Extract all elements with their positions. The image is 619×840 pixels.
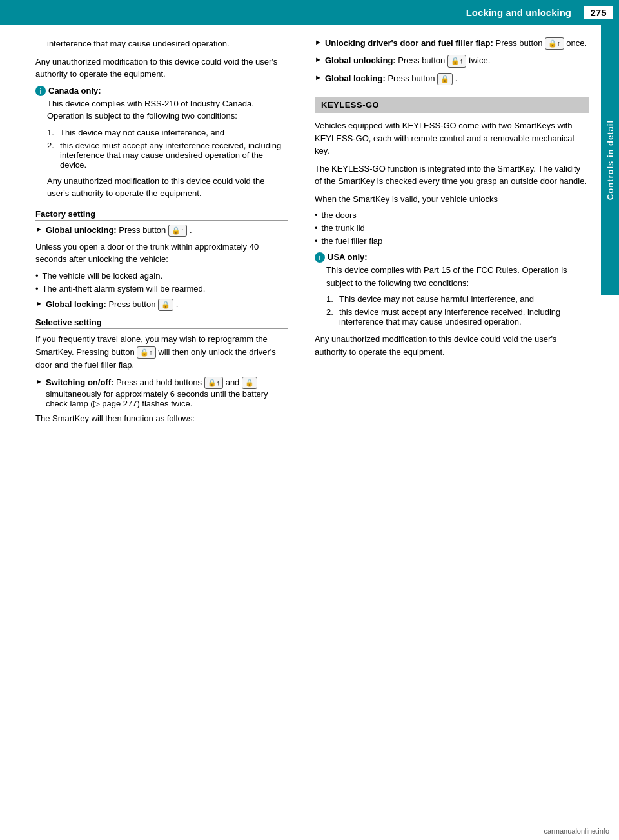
canada-num-1: 1. bbox=[47, 128, 60, 137]
factory-para: Unless you open a door or the trunk with… bbox=[35, 241, 288, 266]
global-locking-text: Global locking: Press button 🔒 . bbox=[46, 299, 178, 311]
keyless-go-banner: KEYLESS-GO bbox=[315, 97, 589, 113]
keyless-para1: Vehicles equipped with KEYLESS-GO come w… bbox=[315, 119, 589, 157]
unlocking-rest: Press button bbox=[495, 38, 545, 48]
usa-num-2: 2. bbox=[326, 307, 339, 326]
right-global-unlock-label: Global unlocking: bbox=[325, 56, 396, 66]
keyless-bullet-text-2: the trunk lid bbox=[322, 223, 365, 233]
info-icon-usa: i bbox=[315, 252, 325, 263]
switching-rest: Press and hold buttons bbox=[116, 377, 204, 387]
global-locking-rest: Press button bbox=[108, 299, 158, 309]
right-unlock-btn: 🔒↑ bbox=[447, 55, 467, 67]
side-tab: Controls in detail bbox=[601, 25, 619, 295]
footer-url: carmanualonline.info bbox=[544, 827, 609, 835]
unlocking-once: once. bbox=[566, 38, 587, 48]
unlocking-door-text: Unlocking driver's door and fuel filler … bbox=[325, 37, 587, 50]
main-content: interference that may cause undesired op… bbox=[0, 25, 601, 821]
right-global-unlock-rest: Press button bbox=[398, 56, 447, 66]
arrow-icon-right-global-unlock: ► bbox=[315, 55, 322, 63]
factory-heading: Factory setting bbox=[35, 209, 288, 221]
unlocking-label: Unlocking driver's door and fuel filler … bbox=[325, 38, 493, 48]
factory-bullet-1: • The vehicle will be locked again. bbox=[35, 271, 288, 281]
smartkey-para: The SmartKey will then function as follo… bbox=[35, 412, 288, 425]
factory-arrow-label: Global unlocking: bbox=[46, 225, 117, 235]
switching-label: Switching on/off: bbox=[46, 377, 113, 387]
arrow-icon-global-lock: ► bbox=[35, 299, 43, 307]
page-number: 275 bbox=[584, 6, 613, 19]
right-unlock-twice: twice. bbox=[469, 56, 490, 66]
usa-item-1: 1. This device may not cause harmful int… bbox=[326, 294, 589, 304]
left-column: interference that may cause undesired op… bbox=[0, 25, 300, 821]
unlocking-drivers-door-item: ► Unlocking driver's door and fuel fille… bbox=[315, 37, 589, 50]
right-global-unlocking-item: ► Global unlocking: Press button 🔒↑ twic… bbox=[315, 55, 589, 67]
keyless-bullet-2: • the trunk lid bbox=[315, 223, 589, 233]
switching-text: Switching on/off: Press and hold buttons… bbox=[46, 377, 288, 408]
canada-text: This device complies with RSS-210 of Ind… bbox=[47, 97, 288, 123]
switching-and: and bbox=[226, 377, 242, 387]
side-tab-label: Controls in detail bbox=[605, 120, 615, 200]
keyless-bullet-1: • the doors bbox=[315, 210, 589, 220]
keyless-para2: The KEYLESS-GO function is integrated in… bbox=[315, 163, 589, 188]
arrow-icon-global-unlock: ► bbox=[35, 225, 43, 233]
usa-text-2: this device must accept any interference… bbox=[339, 307, 589, 326]
unlock-door-btn: 🔒↑ bbox=[545, 37, 564, 50]
para1: Any unauthorized modification to this de… bbox=[35, 55, 288, 81]
factory-bullet-text-2: The anti-theft alarm system will be rear… bbox=[43, 284, 206, 294]
canada-item-2: 2. this device must accept any interfere… bbox=[47, 141, 288, 170]
lock-button-icon: 🔒 bbox=[158, 299, 173, 311]
usa-item-2: 2. this device must accept any interfere… bbox=[326, 307, 589, 326]
footer: carmanualonline.info bbox=[0, 821, 619, 840]
header-title: Locking and unlocking bbox=[466, 7, 571, 18]
keyless-para3: When the SmartKey is valid, your vehicle… bbox=[315, 193, 589, 206]
canada-num-2: 2. bbox=[47, 141, 60, 170]
factory-arrow-rest: Press button bbox=[119, 225, 168, 235]
right-global-locking-item: ► Global locking: Press button 🔒 . bbox=[315, 73, 589, 85]
header-bar: Locking and unlocking 275 bbox=[0, 0, 619, 25]
keyless-bullet-icon-1: • bbox=[315, 210, 318, 220]
arrow-icon-unlock-door: ► bbox=[315, 38, 322, 46]
switching-btn2: 🔒 bbox=[242, 377, 257, 389]
factory-bullet-2: • The anti-theft alarm system will be re… bbox=[35, 284, 288, 294]
global-locking-arrow-item: ► Global locking: Press button 🔒 . bbox=[35, 299, 288, 311]
bullet-icon-1: • bbox=[35, 271, 39, 281]
switching-rest3: simultaneously for approximately 6 secon… bbox=[46, 389, 268, 408]
canada-item-1: 1. This device may not cause interferenc… bbox=[47, 128, 288, 137]
right-lock-btn: 🔒 bbox=[437, 73, 453, 85]
right-global-lock-rest: Press button bbox=[388, 74, 437, 83]
factory-bullet-text-1: The vehicle will be locked again. bbox=[43, 271, 162, 281]
right-column: ► Unlocking driver's door and fuel fille… bbox=[300, 25, 601, 821]
info-icon-canada: i bbox=[35, 86, 46, 96]
keyless-bullet-text-1: the doors bbox=[322, 210, 357, 220]
selective-heading: Selective setting bbox=[35, 317, 288, 329]
factory-arrow-item: ► Global unlocking: Press button 🔒↑ . bbox=[35, 225, 288, 237]
usa-text-1: This device may not cause harmful interf… bbox=[339, 294, 534, 304]
right-global-unlocking-text: Global unlocking: Press button 🔒↑ twice. bbox=[325, 55, 490, 67]
global-locking-label: Global locking: bbox=[46, 299, 106, 309]
canada-text-1: This device may not cause interference, … bbox=[60, 128, 224, 137]
arrow-icon-switching: ► bbox=[35, 377, 43, 385]
factory-arrow-text: Global unlocking: Press button 🔒↑ . bbox=[46, 225, 192, 237]
right-global-lock-label: Global locking: bbox=[325, 74, 386, 83]
keyless-bullet-icon-2: • bbox=[315, 223, 318, 233]
unlock-button-icon: 🔒↑ bbox=[168, 225, 188, 237]
right-para-end: Any unauthorized modification to this de… bbox=[315, 333, 589, 358]
usa-label: USA only: bbox=[328, 252, 368, 262]
bullet-icon-2: • bbox=[35, 284, 39, 294]
canada-label: Canada only: bbox=[48, 86, 101, 95]
intro-text: interference that may cause undesired op… bbox=[47, 37, 288, 50]
para2: Any unauthorized modification to this de… bbox=[47, 175, 288, 200]
usa-num-1: 1. bbox=[326, 294, 339, 304]
keyless-bullet-3: • the fuel filler flap bbox=[315, 236, 589, 246]
right-global-locking-text: Global locking: Press button 🔒 . bbox=[325, 73, 457, 85]
arrow-icon-right-global-lock: ► bbox=[315, 74, 322, 81]
keyless-bullet-text-3: the fuel filler flap bbox=[322, 236, 383, 246]
selective-button-icon: 🔒↑ bbox=[137, 346, 156, 359]
keyless-bullet-icon-3: • bbox=[315, 236, 318, 246]
canada-text-2: this device must accept any interference… bbox=[60, 141, 288, 170]
switching-arrow-item: ► Switching on/off: Press and hold butto… bbox=[35, 377, 288, 408]
selective-para1: If you frequently travel alone, you may … bbox=[35, 333, 288, 371]
usa-text: This device complies with Part 15 of the… bbox=[326, 264, 589, 289]
usa-info-row: i USA only: bbox=[315, 252, 589, 263]
switching-btn1: 🔒↑ bbox=[204, 377, 224, 389]
canada-info-row: i Canada only: bbox=[35, 86, 288, 96]
